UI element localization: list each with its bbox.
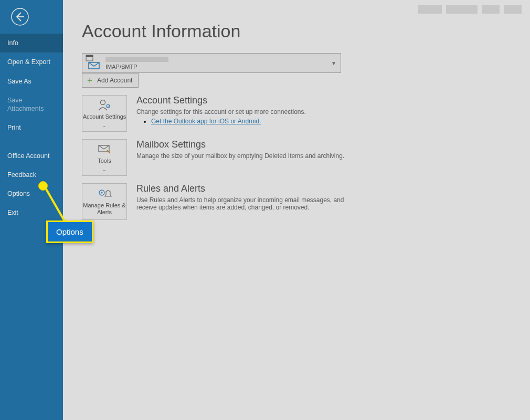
page-title: Account Information: [82, 21, 530, 41]
window-controls: [418, 5, 522, 14]
placeholder: [446, 5, 478, 14]
sidebar-item-exit[interactable]: Exit: [0, 203, 63, 222]
chevron-down-icon: ⌄: [102, 123, 107, 128]
placeholder: [418, 5, 442, 14]
sidebar-item-office-account[interactable]: Office Account: [0, 146, 63, 165]
annotation-callout: Options: [46, 220, 93, 243]
svg-point-9: [101, 192, 103, 193]
account-email-redacted: [105, 57, 168, 62]
add-account-label: Add Account: [97, 77, 132, 84]
svg-rect-3: [86, 55, 93, 57]
account-settings-button-label: Account Settings: [83, 113, 126, 120]
sidebar-item-save-attachments: Save Attachments: [0, 91, 63, 119]
sidebar-item-open-export[interactable]: Open & Export: [0, 52, 63, 71]
sidebar-item-print[interactable]: Print: [0, 118, 63, 137]
section-title-mailbox: Mailbox Settings: [136, 139, 344, 150]
section-desc-mailbox: Manage the size of your mailbox by empty…: [136, 152, 344, 160]
backstage-sidebar: Info Open & Export Save As Save Attachme…: [0, 0, 63, 420]
back-arrow-icon: [10, 7, 29, 26]
plus-icon: ＋: [86, 75, 94, 86]
sidebar-item-feedback[interactable]: Feedback: [0, 165, 63, 184]
mailbox-tool-icon: [97, 143, 112, 155]
rules-alerts-button-label: Manage Rules & Alerts: [82, 202, 126, 216]
back-button[interactable]: [0, 0, 63, 34]
svg-point-6: [108, 106, 109, 107]
main-content: Account Information IMAP/SMTP ▼ ＋ Add Ac…: [63, 0, 530, 420]
tools-button[interactable]: Tools ⌄: [82, 139, 127, 176]
placeholder: [482, 5, 500, 14]
svg-point-4: [101, 100, 105, 105]
chevron-down-icon: ▼: [331, 60, 336, 66]
section-title-rules: Rules and Alerts: [136, 183, 357, 194]
sidebar-item-info[interactable]: Info: [0, 34, 63, 52]
tools-button-label: Tools: [98, 158, 111, 164]
gear-bell-icon: [97, 187, 112, 200]
add-account-button[interactable]: ＋ Add Account: [82, 73, 139, 88]
account-type: IMAP/SMTP: [105, 64, 168, 70]
user-gear-icon: [97, 99, 112, 111]
section-title-account-settings: Account Settings: [136, 95, 306, 106]
section-desc-account-settings: Change settings for this account or set …: [136, 108, 306, 116]
account-picker[interactable]: IMAP/SMTP ▼: [82, 53, 341, 73]
chevron-down-icon: ⌄: [102, 167, 107, 172]
rules-alerts-button[interactable]: Manage Rules & Alerts: [82, 183, 127, 220]
placeholder: [504, 5, 522, 14]
account-icon: [86, 55, 101, 71]
account-settings-button[interactable]: Account Settings ⌄: [82, 95, 127, 132]
sidebar-item-save-as[interactable]: Save As: [0, 72, 63, 91]
outlook-app-link[interactable]: Get the Outlook app for iOS or Android.: [151, 118, 261, 125]
section-desc-rules: Use Rules and Alerts to help organize yo…: [136, 196, 357, 211]
sidebar-separator: [7, 142, 56, 142]
